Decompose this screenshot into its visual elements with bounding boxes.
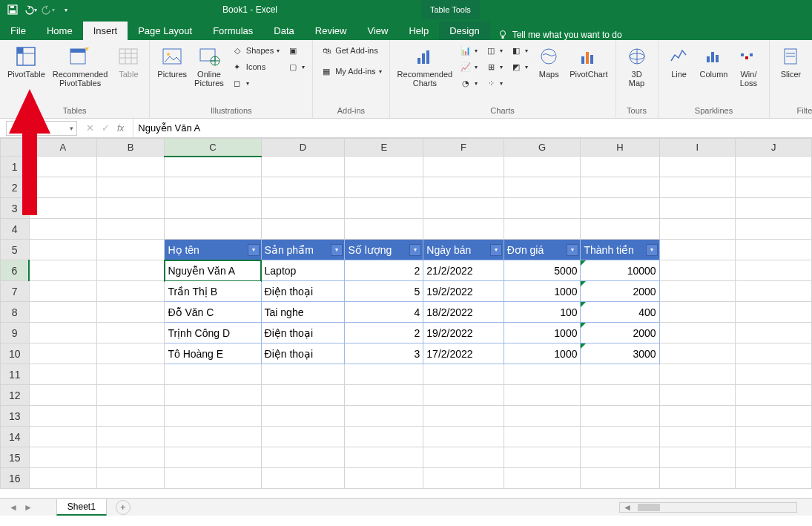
cell[interactable] [423, 364, 504, 385]
cell[interactable] [96, 198, 164, 219]
cell[interactable]: 1000 [504, 343, 581, 364]
cell[interactable] [659, 406, 736, 427]
row-header[interactable]: 16 [1, 468, 30, 489]
cell[interactable]: 19/2/2022 [423, 281, 504, 302]
cell[interactable] [504, 198, 581, 219]
cell[interactable] [261, 198, 345, 219]
cell[interactable] [423, 198, 504, 219]
row-header[interactable]: 3 [1, 198, 30, 219]
chart-pie-button[interactable]: ◔▾ [457, 76, 481, 91]
cell[interactable] [261, 468, 345, 489]
chart-scatter-button[interactable]: ⁘▾ [482, 76, 506, 91]
row-header[interactable]: 7 [1, 281, 30, 302]
cell[interactable] [96, 385, 164, 406]
name-box[interactable]: ▾ [6, 121, 77, 136]
cell[interactable]: Điện thoại [261, 323, 345, 343]
cell[interactable] [165, 157, 261, 177]
cell[interactable] [29, 406, 96, 427]
cell[interactable] [261, 427, 345, 447]
tab-file[interactable]: File [0, 22, 36, 40]
cell[interactable] [96, 323, 164, 343]
column-header[interactable]: G [504, 139, 581, 157]
cell[interactable] [165, 447, 261, 468]
cell[interactable] [736, 323, 812, 343]
undo-button[interactable]: ▾ [22, 1, 39, 18]
tab-review[interactable]: Review [305, 22, 357, 40]
cell[interactable] [96, 406, 164, 427]
row-header[interactable]: 13 [1, 406, 30, 427]
cell[interactable]: 17/2/2022 [423, 343, 504, 364]
sheet-tab[interactable]: Sheet1 [56, 499, 107, 516]
cell[interactable] [165, 177, 261, 198]
cell[interactable] [165, 385, 261, 406]
cell[interactable] [423, 385, 504, 406]
cell[interactable] [345, 447, 423, 468]
cell[interactable]: 2000 [581, 281, 659, 302]
cell[interactable] [581, 447, 659, 468]
cell[interactable] [345, 406, 423, 427]
filter-dropdown-icon[interactable]: ▾ [567, 244, 578, 256]
cell[interactable] [581, 177, 659, 198]
cell[interactable] [96, 177, 164, 198]
cell[interactable] [29, 281, 96, 302]
filter-dropdown-icon[interactable]: ▾ [409, 244, 421, 256]
cell[interactable] [659, 281, 736, 302]
cell[interactable]: 10000 [581, 260, 659, 281]
row-header[interactable]: 10 [1, 343, 30, 364]
cell[interactable] [659, 468, 736, 489]
cell[interactable] [261, 177, 345, 198]
tab-page-layout[interactable]: Page Layout [128, 22, 202, 40]
3dmodels-button[interactable]: ◻▾ [228, 76, 283, 91]
cell[interactable] [504, 385, 581, 406]
cell[interactable] [345, 427, 423, 447]
cell[interactable] [423, 177, 504, 198]
slicer-button[interactable]: Slicer [774, 43, 807, 80]
cell[interactable]: Đơn giá▾ [504, 240, 581, 260]
shapes-button[interactable]: ◇Shapes ▾ [228, 43, 283, 58]
cell[interactable] [96, 343, 164, 364]
chart-combo-button[interactable]: ◧▾ [507, 43, 531, 58]
cell[interactable] [504, 447, 581, 468]
insert-function-button[interactable]: fx [117, 123, 124, 134]
table-button[interactable]: Table [112, 43, 145, 80]
cell[interactable] [736, 406, 812, 427]
cell[interactable] [581, 406, 659, 427]
cell[interactable] [736, 157, 812, 177]
cell[interactable] [736, 385, 812, 406]
cell[interactable]: Tai nghe [261, 302, 345, 323]
row-header[interactable]: 8 [1, 302, 30, 323]
cell[interactable] [659, 177, 736, 198]
cell[interactable] [504, 468, 581, 489]
cell[interactable] [423, 157, 504, 177]
worksheet-grid[interactable]: ABCDEFGHIJ12345Họ tên▾Sản phẩm▾Số lượng▾… [0, 138, 812, 489]
3dmap-button[interactable]: 3D Map [621, 43, 653, 89]
row-header[interactable]: 4 [1, 219, 30, 240]
cell[interactable]: 1000 [504, 281, 581, 302]
cell[interactable] [659, 219, 736, 240]
cell[interactable] [96, 364, 164, 385]
cell[interactable]: 2000 [581, 323, 659, 343]
cell[interactable] [659, 157, 736, 177]
column-header[interactable]: E [345, 139, 423, 157]
cell[interactable]: Laptop [261, 260, 345, 281]
cell[interactable] [659, 385, 736, 406]
row-header[interactable]: 11 [1, 364, 30, 385]
cell[interactable] [165, 364, 261, 385]
chart-column-button[interactable]: 📊▾ [457, 43, 481, 58]
cell[interactable] [96, 240, 164, 260]
cell[interactable] [29, 343, 96, 364]
maps-button[interactable]: Maps [532, 43, 565, 80]
column-header[interactable]: J [736, 139, 812, 157]
cell[interactable] [96, 302, 164, 323]
cell[interactable] [581, 427, 659, 447]
filter-dropdown-icon[interactable]: ▾ [248, 244, 260, 256]
sparkline-winloss-button[interactable]: Win/ Loss [732, 43, 765, 89]
cell[interactable] [29, 468, 96, 489]
column-header[interactable]: D [261, 139, 345, 157]
redo-button[interactable]: ▾ [40, 1, 56, 18]
row-header[interactable]: 15 [1, 447, 30, 468]
column-header[interactable]: B [96, 139, 164, 157]
tell-me-search[interactable]: Tell me what you want to do [490, 30, 630, 40]
cell[interactable]: 3000 [581, 343, 659, 364]
cell[interactable]: Trịnh Công D [165, 323, 261, 343]
